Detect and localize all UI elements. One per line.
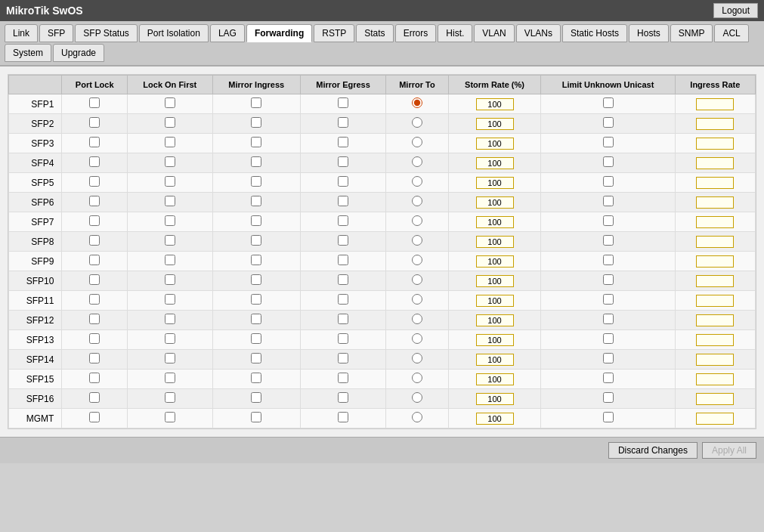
ingress-rate-cell[interactable]	[675, 134, 755, 153]
limit-unknown-checkbox[interactable]	[603, 196, 614, 206]
storm-rate-input[interactable]	[476, 354, 514, 366]
mirror-egress-cell[interactable]	[300, 370, 385, 389]
port-lock-checkbox[interactable]	[89, 353, 100, 363]
lock-on-first-cell[interactable]	[128, 94, 212, 114]
lock-on-first-checkbox[interactable]	[165, 314, 175, 324]
lock-on-first-cell[interactable]	[128, 232, 212, 252]
mirror-to-radio[interactable]	[412, 314, 422, 324]
mirror-ingress-checkbox[interactable]	[251, 314, 261, 324]
ingress-rate-input[interactable]	[696, 157, 734, 169]
mirror-egress-checkbox[interactable]	[338, 176, 348, 187]
mirror-egress-cell[interactable]	[300, 134, 385, 153]
limit-unknown-checkbox[interactable]	[603, 353, 614, 363]
limit-unknown-checkbox[interactable]	[603, 255, 614, 265]
mirror-ingress-checkbox[interactable]	[251, 235, 261, 246]
mirror-to-radio[interactable]	[412, 274, 422, 285]
mirror-egress-checkbox[interactable]	[338, 255, 348, 265]
ingress-rate-cell[interactable]	[675, 370, 755, 389]
storm-rate-cell[interactable]	[448, 370, 541, 389]
mirror-egress-cell[interactable]	[300, 271, 385, 291]
port-lock-checkbox[interactable]	[89, 333, 100, 344]
lock-on-first-checkbox[interactable]	[165, 274, 175, 285]
ingress-rate-cell[interactable]	[675, 114, 755, 134]
storm-rate-input[interactable]	[476, 118, 514, 130]
limit-unknown-checkbox[interactable]	[603, 117, 614, 128]
lock-on-first-cell[interactable]	[128, 330, 212, 350]
mirror-to-cell[interactable]	[386, 409, 448, 428]
lock-on-first-checkbox[interactable]	[165, 215, 175, 226]
nav-tab-sfp[interactable]: SFP	[39, 24, 73, 42]
lock-on-first-checkbox[interactable]	[165, 353, 175, 363]
mirror-to-cell[interactable]	[386, 94, 448, 114]
mirror-ingress-cell[interactable]	[212, 330, 300, 350]
mirror-to-radio[interactable]	[412, 353, 422, 363]
mirror-to-cell[interactable]	[386, 252, 448, 271]
port-lock-checkbox[interactable]	[89, 156, 100, 167]
mirror-ingress-checkbox[interactable]	[251, 294, 261, 305]
nav-tab-vlans[interactable]: VLANs	[516, 24, 561, 42]
storm-rate-input[interactable]	[476, 334, 514, 346]
port-lock-cell[interactable]	[62, 173, 128, 193]
limit-unknown-cell[interactable]	[541, 271, 675, 291]
mirror-ingress-checkbox[interactable]	[251, 373, 261, 383]
nav-tab-rstp[interactable]: RSTP	[314, 24, 354, 42]
port-lock-checkbox[interactable]	[89, 294, 100, 305]
port-lock-checkbox[interactable]	[89, 117, 100, 128]
ingress-rate-input[interactable]	[696, 216, 734, 228]
mirror-egress-checkbox[interactable]	[338, 196, 348, 206]
mirror-to-radio[interactable]	[412, 176, 422, 187]
ingress-rate-cell[interactable]	[675, 173, 755, 193]
port-lock-cell[interactable]	[62, 370, 128, 389]
logout-button[interactable]: Logout	[713, 3, 758, 18]
port-lock-cell[interactable]	[62, 252, 128, 271]
mirror-to-cell[interactable]	[386, 291, 448, 311]
limit-unknown-cell[interactable]	[541, 389, 675, 409]
nav-tab-errors[interactable]: Errors	[395, 24, 437, 42]
storm-rate-cell[interactable]	[448, 114, 541, 134]
mirror-ingress-cell[interactable]	[212, 370, 300, 389]
storm-rate-input[interactable]	[476, 255, 514, 268]
port-lock-cell[interactable]	[62, 271, 128, 291]
ingress-rate-input[interactable]	[696, 275, 734, 287]
port-lock-cell[interactable]	[62, 232, 128, 252]
port-lock-checkbox[interactable]	[89, 97, 100, 108]
port-lock-cell[interactable]	[62, 311, 128, 330]
mirror-egress-cell[interactable]	[300, 153, 385, 173]
lock-on-first-cell[interactable]	[128, 409, 212, 428]
limit-unknown-cell[interactable]	[541, 311, 675, 330]
limit-unknown-cell[interactable]	[541, 134, 675, 153]
mirror-ingress-checkbox[interactable]	[251, 215, 261, 226]
limit-unknown-checkbox[interactable]	[603, 294, 614, 305]
port-lock-cell[interactable]	[62, 409, 128, 428]
nav-tab-link[interactable]: Link	[5, 24, 38, 42]
storm-rate-cell[interactable]	[448, 330, 541, 350]
port-lock-cell[interactable]	[62, 94, 128, 114]
ingress-rate-input[interactable]	[696, 138, 734, 150]
port-lock-checkbox[interactable]	[89, 412, 100, 422]
limit-unknown-checkbox[interactable]	[603, 235, 614, 246]
storm-rate-cell[interactable]	[448, 311, 541, 330]
lock-on-first-cell[interactable]	[128, 271, 212, 291]
nav-tab-acl[interactable]: ACL	[714, 24, 748, 42]
mirror-to-radio[interactable]	[412, 392, 422, 403]
limit-unknown-cell[interactable]	[541, 173, 675, 193]
mirror-ingress-cell[interactable]	[212, 193, 300, 212]
limit-unknown-cell[interactable]	[541, 350, 675, 370]
storm-rate-cell[interactable]	[448, 252, 541, 271]
limit-unknown-cell[interactable]	[541, 370, 675, 389]
mirror-egress-cell[interactable]	[300, 232, 385, 252]
mirror-to-cell[interactable]	[386, 114, 448, 134]
lock-on-first-checkbox[interactable]	[165, 255, 175, 265]
nav-tab-static-hosts[interactable]: Static Hosts	[562, 24, 627, 42]
nav-tab-stats[interactable]: Stats	[356, 24, 393, 42]
mirror-egress-cell[interactable]	[300, 389, 385, 409]
mirror-ingress-cell[interactable]	[212, 271, 300, 291]
mirror-to-radio[interactable]	[412, 137, 422, 147]
storm-rate-cell[interactable]	[448, 271, 541, 291]
mirror-ingress-checkbox[interactable]	[251, 274, 261, 285]
limit-unknown-cell[interactable]	[541, 232, 675, 252]
ingress-rate-input[interactable]	[696, 413, 734, 425]
mirror-egress-cell[interactable]	[300, 212, 385, 232]
mirror-to-cell[interactable]	[386, 370, 448, 389]
ingress-rate-input[interactable]	[696, 177, 734, 189]
